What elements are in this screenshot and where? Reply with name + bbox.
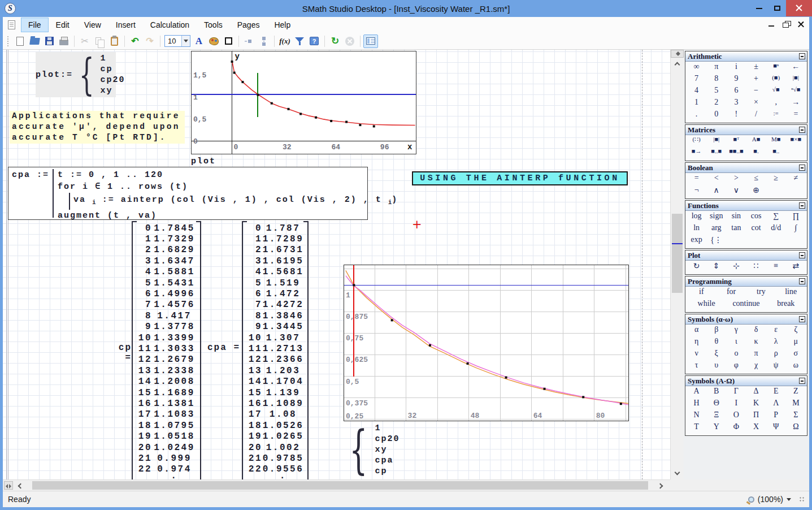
vertical-separator-button[interactable] [257,34,271,48]
palette-button[interactable]: Μ [786,399,806,410]
palette-button[interactable]: 2 [706,98,726,110]
print-button[interactable] [57,34,71,48]
redo-button[interactable]: ↷ [143,34,157,48]
palette-header-functions[interactable]: Functions [685,201,807,211]
palette-button[interactable]: if [687,287,717,299]
palette-button[interactable]: ■.. [766,148,786,159]
palette-button[interactable]: ≤ [746,174,766,185]
vertical-scroll-thumb[interactable] [672,214,683,293]
palette-button[interactable]: / [746,110,766,122]
font-color-button[interactable]: A [192,34,206,48]
document-icon[interactable] [8,20,15,29]
collapse-icon[interactable] [799,202,805,209]
palette-button[interactable]: × [746,98,766,110]
palette-button[interactable]: Ψ [766,422,786,434]
palette-header-programming[interactable]: Programming [685,276,807,287]
palette-button[interactable]: μ [786,337,806,349]
palette-button[interactable]: ο [726,349,746,361]
palette-button[interactable]: Κ [746,399,766,410]
plot2-chart[interactable]: 10,8750,750,6250,50,3750,2532486480 [344,265,629,421]
scroll-up-button[interactable] [671,58,684,68]
palette-button[interactable]: ψ [766,361,786,373]
scroll-right-button[interactable] [656,480,666,491]
palette-button[interactable]: υ [706,361,726,373]
palette-button[interactable]: σ [786,349,806,361]
split-view-handle[interactable] [4,481,13,490]
palette-button[interactable]: τ [687,361,706,373]
palette-button[interactable]: ■→ [687,148,706,159]
plot2-series-list[interactable]: { 1cp20xycpacp [342,423,400,477]
collapse-icon[interactable] [799,378,805,384]
split-view-handle[interactable] [671,50,684,58]
palette-button[interactable]: arg [706,223,726,235]
title-bar[interactable]: S SMath Studio Desktop - [Inst_Viscosity… [0,0,812,17]
palette-button[interactable]: ■■..■ [726,148,746,159]
resize-grip[interactable] [799,496,805,502]
palette-button[interactable]: Υ [706,422,726,434]
palette-header-boolean[interactable]: Boolean [685,163,807,173]
collapse-icon[interactable] [799,165,805,171]
palette-button[interactable]: 8 [706,74,726,86]
palette-button[interactable]: ⇄ [786,261,806,273]
palette-button[interactable]: Ο [726,410,746,422]
palette-button[interactable]: Λ [766,399,786,410]
palette-button[interactable]: γ [726,325,746,337]
background-color-button[interactable] [207,34,220,48]
palette-button[interactable]: d/d [766,223,786,235]
palette-button[interactable]: Δ [746,387,766,399]
palette-button[interactable]: θ [706,337,726,349]
palette-button[interactable]: ■..■ [706,148,726,159]
palette-button[interactable]: ≠ [786,174,806,185]
palette-button[interactable]: Γ [726,387,746,399]
palette-button[interactable]: (■) [766,74,786,86]
palette-button[interactable]: ζ [786,325,806,337]
menu-item-view[interactable]: View [77,18,108,32]
sidebar-toggle-button[interactable] [363,34,378,48]
maximize-button[interactable] [768,0,786,16]
palette-button[interactable]: = [786,110,806,122]
palette-button[interactable]: Ω [786,422,806,434]
palette-button[interactable]: tan [726,223,746,235]
palette-button[interactable]: Ε [766,387,786,399]
zoom-dropdown-icon[interactable] [787,498,791,501]
palette-button[interactable]: Β [706,387,726,399]
palette-button[interactable]: 9 [726,74,746,86]
toolbar-grip[interactable] [7,36,9,46]
palette-button[interactable]: break [766,299,806,311]
cpa-result-matrix[interactable]: 01.78711.728921.673131.619541.568151.519… [242,221,309,479]
text-note[interactable]: Applications that requireaccurate 'µ', d… [10,111,185,144]
palette-button[interactable]: ∧ [706,185,726,197]
collapse-icon[interactable] [799,127,805,133]
palette-button[interactable]: |■| [786,74,806,86]
palette-button[interactable]: = [687,174,706,185]
palette-button[interactable]: ω [786,361,806,373]
border-button[interactable] [222,34,235,48]
collapse-icon[interactable] [799,316,805,322]
palette-button[interactable]: Φ [726,422,746,434]
palette-header-symbols[interactable]: Symbols (α-ω) [685,314,807,325]
palette-button[interactable]: try [746,287,776,299]
palette-button[interactable]: , [766,98,786,110]
palette-button[interactable]: |■| [706,136,726,148]
menu-item-insert[interactable]: Insert [108,18,143,32]
minimize-button[interactable] [750,0,768,16]
palette-button[interactable]: cot [746,223,766,235]
horizontal-scrollbar[interactable] [3,479,670,491]
reference-button[interactable]: ? [307,34,321,48]
palette-button[interactable]: ⊕ [746,185,766,197]
palette-button[interactable]: ■ᵀ [726,136,746,148]
palette-button[interactable]: Α [687,387,706,399]
child-minimize-button[interactable] [767,20,776,28]
palette-button[interactable]: ↻ [687,261,706,273]
close-button[interactable] [786,0,812,16]
menu-item-calculation[interactable]: Calculation [143,18,197,32]
palette-button[interactable]: Π [746,410,766,422]
palette-button[interactable]: 0 [706,110,726,122]
palette-button[interactable]: sign [706,211,726,223]
collapse-icon[interactable] [799,252,805,258]
palette-button[interactable]: M■ [766,136,786,148]
plot1-caption[interactable]: plot [191,157,216,166]
palette-button[interactable]: (∷) [687,136,706,148]
palette-button[interactable]: Σ [786,410,806,422]
cpa-program-block[interactable]: cpa := t := 0 , 1 .. 120 for i ∈ 1 .. ro… [8,167,368,220]
